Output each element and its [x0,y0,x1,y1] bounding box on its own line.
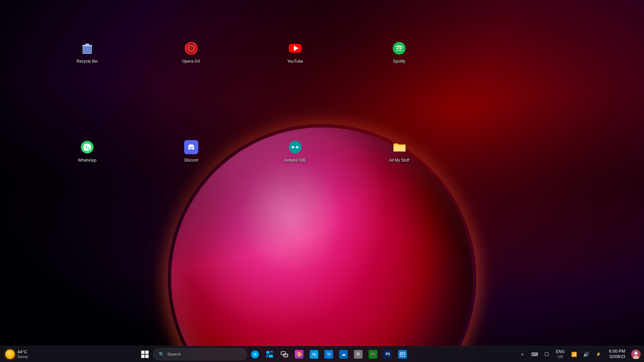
keyboard-icon: ⌨ [531,352,538,357]
desktop-icon-discord[interactable]: Discord [178,139,205,164]
whatsapp-icon [79,139,95,155]
opera-gx-icon [183,40,199,56]
windows-logo-icon [141,351,149,358]
clock-date: 02/08/23 [609,354,625,360]
weather-condition: Sunny [17,355,28,359]
desktop-icon-opera-gx[interactable]: Opera GX [178,40,205,65]
settings-taskbar-button[interactable]: ⚙ [352,348,365,361]
opera-gx-label: Opera GX [181,58,202,65]
outlook-icon: ✉ [324,350,333,359]
taskbar: 44°C Sunny 🔍 Search [0,346,644,362]
arduino-ide-label: Arduino IDE [283,157,308,164]
weather-sun-icon [5,350,15,359]
svg-point-8 [188,42,195,54]
keyboard-tray-icon[interactable]: ⌨ [529,348,540,361]
language-region-button[interactable]: ENG US [553,349,568,359]
svg-point-29 [634,352,638,355]
store-icon: 🛍 [310,350,318,359]
spotify-label: Spotify [392,58,407,65]
chevron-up-icon: ∧ [521,352,524,357]
terminal-icon: PS [383,350,392,359]
weather-info: 44°C Sunny [17,349,28,359]
battery-tray-icon[interactable]: ⚡ [593,348,604,361]
onedrive-taskbar-button[interactable]: ☁ [337,348,350,361]
svg-rect-19 [266,351,269,354]
desktop-icon-arduino-ide[interactable]: Arduino IDE [282,139,309,164]
svg-rect-20 [270,351,273,353]
svg-rect-24 [283,354,288,357]
desktop-icon-recycle-bin[interactable]: Recycle Bin [74,40,101,65]
search-label: Search [167,352,181,357]
region-label: US [558,354,563,359]
xbox-taskbar-button[interactable]: 🎮 [366,348,380,361]
discord-icon [183,139,199,155]
outlook-taskbar-button[interactable]: ✉ [322,348,335,361]
folder-icon [391,139,407,155]
terminal2-icon [398,350,407,359]
arduino-ide-icon [287,139,303,155]
recycle-bin-icon [79,40,95,56]
svg-rect-26 [401,353,404,354]
paint-icon: 🎨 [295,350,304,359]
wifi-icon: 📶 [571,352,577,357]
widgets-taskbar-button[interactable] [263,348,276,361]
youtube-label: YouTube [286,58,304,65]
show-hidden-icons-button[interactable]: ∧ [517,348,528,361]
start-button[interactable] [138,348,152,361]
volume-tray-icon[interactable]: 🔊 [581,348,592,361]
volume-icon: 🔊 [583,352,589,357]
display-tray-icon[interactable]: 🖵 [541,348,552,361]
store-taskbar-button[interactable]: 🛍 [307,348,321,361]
weather-temperature: 44°C [17,349,28,355]
settings-icon: ⚙ [354,350,363,359]
display-icon: 🖵 [544,352,549,357]
terminal-taskbar-button[interactable]: PS [381,348,394,361]
widgets-icon [266,350,274,358]
svg-point-16 [192,147,193,148]
clock-button[interactable]: 6:00 PM 02/08/23 [605,349,629,359]
paint-taskbar-button[interactable]: 🎨 [292,348,306,361]
desktop-icon-all-my-stuff[interactable]: All My Stuff [386,139,413,164]
desktop-icon-spotify[interactable]: Spotify [386,40,413,65]
copilot-icon [251,350,259,358]
all-my-stuff-label: All My Stuff [388,157,411,164]
onedrive-icon: ☁ [339,350,348,359]
desktop-area: Recycle Bin Opera GX YouTube [0,0,644,346]
clock-time: 6:00 PM [609,349,625,354]
discord-label: Discord [183,157,200,164]
taskbar-center: 🔍 Search [33,348,514,361]
spotify-icon [391,40,407,56]
desktop-icon-whatsapp[interactable]: WhatsApp [74,139,101,164]
user-avatar [631,350,641,359]
system-tray: ∧ ⌨ 🖵 ENG US 📶 🔊 ⚡ 6:00 PM 02/0 [515,348,644,361]
whatsapp-label: WhatsApp [76,157,98,164]
svg-point-15 [190,147,191,148]
recycle-bin-label: Recycle Bin [75,58,99,65]
taskview-icon [280,350,288,358]
search-icon: 🔍 [159,352,164,357]
svg-rect-27 [401,354,403,355]
taskview-button[interactable] [278,348,291,361]
language-label: ENG [556,349,565,355]
weather-widget[interactable]: 44°C Sunny [0,349,33,359]
svg-rect-2 [85,44,89,45]
terminal2-taskbar-button[interactable] [396,348,409,361]
svg-point-17 [289,141,302,154]
wifi-tray-icon[interactable]: 📶 [569,348,580,361]
youtube-icon [287,40,303,56]
copilot-taskbar-button[interactable] [248,348,262,361]
desktop-icon-youtube[interactable]: YouTube [282,40,309,65]
search-bar[interactable]: 🔍 Search [153,348,247,360]
xbox-icon: 🎮 [369,350,377,359]
svg-rect-21 [266,355,268,358]
svg-rect-22 [269,355,273,358]
user-avatar-button[interactable] [631,348,641,361]
battery-icon: ⚡ [596,352,601,357]
